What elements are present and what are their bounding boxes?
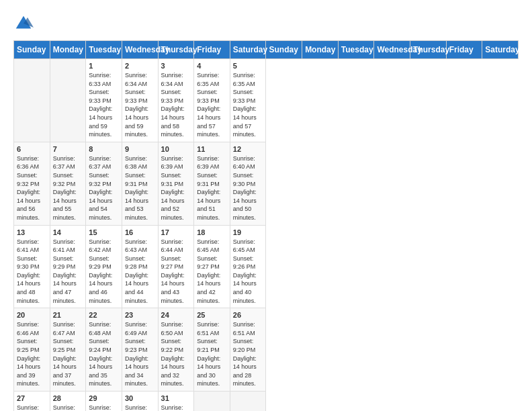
day-number: 5 bbox=[233, 62, 263, 70]
day-cell: 24 Sunrise: 6:50 AM Sunset: 9:22 PM Dayl… bbox=[158, 308, 194, 392]
day-number: 15 bbox=[89, 228, 119, 236]
sunset: Sunset: 9:25 PM bbox=[53, 338, 76, 353]
day-number: 12 bbox=[233, 145, 263, 153]
sunset: Sunset: 9:23 PM bbox=[125, 338, 148, 353]
day-cell bbox=[194, 392, 230, 412]
day-info: Sunrise: 6:47 AM Sunset: 9:25 PM Dayligh… bbox=[53, 320, 83, 388]
day-cell: 21 Sunrise: 6:47 AM Sunset: 9:25 PM Dayl… bbox=[50, 308, 86, 392]
col-header-wednesday: Wednesday bbox=[374, 41, 410, 59]
sunrise: Sunrise: 6:36 AM bbox=[17, 155, 39, 171]
day-cell: 8 Sunrise: 6:37 AM Sunset: 9:32 PM Dayli… bbox=[86, 142, 122, 225]
week-row-3: 13 Sunrise: 6:41 AM Sunset: 9:30 PM Dayl… bbox=[14, 225, 519, 308]
day-number: 23 bbox=[125, 311, 155, 319]
day-cell: 16 Sunrise: 6:43 AM Sunset: 9:28 PM Dayl… bbox=[122, 225, 158, 308]
day-cell: 12 Sunrise: 6:40 AM Sunset: 9:30 PM Dayl… bbox=[230, 142, 266, 225]
sunset: Sunset: 9:28 PM bbox=[125, 255, 148, 271]
day-info: Sunrise: 6:37 AM Sunset: 9:32 PM Dayligh… bbox=[89, 154, 119, 222]
day-info: Sunrise: 6:43 AM Sunset: 9:28 PM Dayligh… bbox=[125, 238, 155, 306]
sunrise: Sunrise: 6:40 AM bbox=[233, 155, 255, 171]
day-number: 27 bbox=[17, 394, 47, 402]
sunrise: Sunrise: 6:46 AM bbox=[17, 321, 39, 336]
sunrise: Sunrise: 6:56 AM bbox=[161, 404, 183, 411]
day-info: Sunrise: 6:35 AM Sunset: 9:33 PM Dayligh… bbox=[233, 71, 263, 139]
sunrise: Sunrise: 6:41 AM bbox=[53, 238, 75, 254]
daylight: Daylight: 14 hours and 48 minutes. bbox=[17, 272, 40, 304]
day-cell bbox=[50, 59, 86, 142]
day-cell: 9 Sunrise: 6:38 AM Sunset: 9:31 PM Dayli… bbox=[122, 142, 158, 225]
sunset: Sunset: 9:30 PM bbox=[233, 172, 256, 187]
daylight: Daylight: 14 hours and 39 minutes. bbox=[17, 355, 40, 387]
day-info: Sunrise: 6:44 AM Sunset: 9:27 PM Dayligh… bbox=[161, 238, 191, 306]
day-cell: 2 Sunrise: 6:34 AM Sunset: 9:33 PM Dayli… bbox=[122, 59, 158, 142]
day-number: 14 bbox=[53, 228, 83, 236]
day-cell: 18 Sunrise: 6:45 AM Sunset: 9:27 PM Dayl… bbox=[194, 225, 230, 308]
day-cell: 28 Sunrise: 6:53 AM Sunset: 9:19 PM Dayl… bbox=[50, 392, 86, 412]
day-info: Sunrise: 6:37 AM Sunset: 9:32 PM Dayligh… bbox=[53, 154, 83, 222]
sunset: Sunset: 9:29 PM bbox=[89, 255, 112, 271]
sunset: Sunset: 9:29 PM bbox=[53, 255, 76, 271]
sunset: Sunset: 9:32 PM bbox=[89, 172, 112, 187]
daylight: Daylight: 14 hours and 44 minutes. bbox=[125, 272, 148, 304]
day-cell: 29 Sunrise: 6:54 AM Sunset: 9:18 PM Dayl… bbox=[86, 392, 122, 412]
day-number: 30 bbox=[125, 394, 155, 402]
header-saturday: Saturday bbox=[230, 41, 266, 59]
day-cell: 20 Sunrise: 6:46 AM Sunset: 9:25 PM Dayl… bbox=[14, 308, 50, 392]
daylight: Daylight: 14 hours and 54 minutes. bbox=[89, 189, 112, 221]
sunrise: Sunrise: 6:42 AM bbox=[89, 238, 111, 254]
day-number: 2 bbox=[125, 62, 155, 70]
day-cell: 19 Sunrise: 6:45 AM Sunset: 9:26 PM Dayl… bbox=[230, 225, 266, 308]
sunset: Sunset: 9:26 PM bbox=[233, 255, 256, 271]
day-info: Sunrise: 6:34 AM Sunset: 9:33 PM Dayligh… bbox=[161, 71, 191, 139]
day-info: Sunrise: 6:56 AM Sunset: 9:16 PM Dayligh… bbox=[161, 404, 191, 411]
sunset: Sunset: 9:30 PM bbox=[17, 255, 40, 271]
day-cell: 23 Sunrise: 6:49 AM Sunset: 9:23 PM Dayl… bbox=[122, 308, 158, 392]
sunrise: Sunrise: 6:34 AM bbox=[161, 72, 183, 87]
day-cell: 7 Sunrise: 6:37 AM Sunset: 9:32 PM Dayli… bbox=[50, 142, 86, 225]
sunset: Sunset: 9:32 PM bbox=[53, 172, 76, 187]
day-number: 21 bbox=[53, 311, 83, 319]
sunrise: Sunrise: 6:43 AM bbox=[125, 238, 147, 254]
day-number: 4 bbox=[197, 62, 227, 70]
day-info: Sunrise: 6:36 AM Sunset: 9:32 PM Dayligh… bbox=[17, 154, 47, 222]
sunset: Sunset: 9:33 PM bbox=[161, 89, 184, 104]
day-cell: 13 Sunrise: 6:41 AM Sunset: 9:30 PM Dayl… bbox=[14, 225, 50, 308]
col-header-monday: Monday bbox=[302, 41, 339, 59]
day-number: 19 bbox=[233, 228, 263, 236]
day-cell: 10 Sunrise: 6:39 AM Sunset: 9:31 PM Dayl… bbox=[158, 142, 194, 225]
sunrise: Sunrise: 6:35 AM bbox=[233, 72, 255, 87]
day-info: Sunrise: 6:40 AM Sunset: 9:30 PM Dayligh… bbox=[233, 154, 263, 222]
daylight: Daylight: 14 hours and 42 minutes. bbox=[197, 272, 220, 304]
day-cell: 31 Sunrise: 6:56 AM Sunset: 9:16 PM Dayl… bbox=[158, 392, 194, 412]
daylight: Daylight: 14 hours and 50 minutes. bbox=[233, 189, 257, 221]
daylight: Daylight: 14 hours and 37 minutes. bbox=[53, 355, 77, 387]
sunrise: Sunrise: 6:50 AM bbox=[161, 321, 183, 336]
sunrise: Sunrise: 6:37 AM bbox=[89, 155, 111, 171]
day-info: Sunrise: 6:34 AM Sunset: 9:33 PM Dayligh… bbox=[125, 71, 155, 139]
daylight: Daylight: 14 hours and 47 minutes. bbox=[53, 272, 77, 304]
day-number: 29 bbox=[89, 394, 119, 402]
day-cell: 11 Sunrise: 6:39 AM Sunset: 9:31 PM Dayl… bbox=[194, 142, 230, 225]
daylight: Daylight: 14 hours and 46 minutes. bbox=[89, 272, 112, 304]
header-friday: Friday bbox=[194, 41, 230, 59]
day-info: Sunrise: 6:35 AM Sunset: 9:33 PM Dayligh… bbox=[197, 71, 227, 139]
header-row: SundayMondayTuesdayWednesdayThursdayFrid… bbox=[14, 41, 519, 59]
day-number: 7 bbox=[53, 145, 83, 153]
day-cell: 4 Sunrise: 6:35 AM Sunset: 9:33 PM Dayli… bbox=[194, 59, 230, 142]
sunset: Sunset: 9:31 PM bbox=[197, 172, 220, 187]
sunrise: Sunrise: 6:39 AM bbox=[161, 155, 183, 171]
day-cell bbox=[14, 59, 50, 142]
week-row-1: 1 Sunrise: 6:33 AM Sunset: 9:33 PM Dayli… bbox=[14, 59, 519, 142]
day-number: 16 bbox=[125, 228, 155, 236]
day-cell: 6 Sunrise: 6:36 AM Sunset: 9:32 PM Dayli… bbox=[14, 142, 50, 225]
header-sunday: Sunday bbox=[14, 41, 50, 59]
sunrise: Sunrise: 6:54 AM bbox=[89, 404, 111, 411]
day-cell: 14 Sunrise: 6:41 AM Sunset: 9:29 PM Dayl… bbox=[50, 225, 86, 308]
day-info: Sunrise: 6:48 AM Sunset: 9:24 PM Dayligh… bbox=[89, 320, 119, 388]
daylight: Daylight: 14 hours and 43 minutes. bbox=[161, 272, 185, 304]
daylight: Daylight: 14 hours and 59 minutes. bbox=[89, 105, 112, 138]
sunrise: Sunrise: 6:51 AM bbox=[197, 321, 219, 336]
sunrise: Sunrise: 6:37 AM bbox=[53, 155, 75, 171]
day-number: 31 bbox=[161, 394, 191, 402]
week-row-4: 20 Sunrise: 6:46 AM Sunset: 9:25 PM Dayl… bbox=[14, 308, 519, 392]
day-info: Sunrise: 6:46 AM Sunset: 9:25 PM Dayligh… bbox=[17, 320, 47, 388]
